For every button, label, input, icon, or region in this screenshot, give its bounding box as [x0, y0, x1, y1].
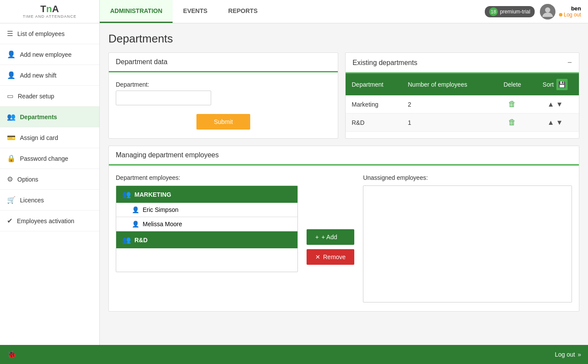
dept-name-rd: R&D — [346, 114, 402, 132]
employee-name-eric: Eric Simpson — [143, 206, 178, 213]
logout-button[interactable]: Log out — [559, 12, 581, 18]
licences-icon: 🛒 — [7, 196, 16, 204]
sidebar-item-departments[interactable]: 👥 Departments — [0, 107, 99, 127]
logo-area: TnA TIME AND ATTENDANCE — [0, 0, 100, 23]
activation-icon: ✔ — [7, 217, 13, 225]
rd-group-icon: 👥 — [122, 236, 131, 244]
avatar — [540, 4, 555, 20]
delete-rd-cell: 🗑 — [493, 114, 532, 132]
unassigned-label: Unassigned employees: — [363, 174, 572, 181]
dept-employees-label: Department employees: — [116, 174, 298, 181]
footer-arrow-icon: » — [578, 351, 581, 358]
departments-table: Department Number of employees Delete So… — [346, 74, 579, 132]
sidebar-item-password-change[interactable]: 🔒 Password change — [0, 148, 99, 169]
department-label: Department: — [116, 81, 331, 88]
rd-group-label: R&D — [134, 237, 147, 244]
submit-button[interactable]: Submit — [196, 114, 250, 130]
manage-panel-header: Managing department employees — [109, 146, 579, 166]
employee-icon: 👤 — [132, 221, 139, 228]
sidebar-item-options[interactable]: ⚙ Options — [0, 169, 99, 190]
footer: 🐞 Log out » — [0, 345, 588, 364]
sidebar-item-employees-activation[interactable]: ✔ Employees activation — [0, 211, 99, 231]
list-icon: ☰ — [7, 29, 13, 38]
remove-button[interactable]: ✕ Remove — [307, 249, 354, 265]
sidebar-item-add-new-employee[interactable]: 👤 Add new employee — [0, 44, 99, 65]
footer-logout-button[interactable]: Log out » — [555, 351, 581, 358]
nav-events[interactable]: EVENTS — [173, 0, 218, 23]
dept-data-panel: Department data Department: Submit — [108, 52, 338, 139]
employee-icon: 👤 — [132, 206, 139, 213]
col-delete: Delete — [493, 74, 532, 95]
sort-up-marketing-button[interactable]: ▲ — [547, 101, 554, 108]
marketing-group-label: MARKETING — [134, 191, 171, 198]
delete-rd-button[interactable]: 🗑 — [508, 118, 516, 127]
add-label: + Add — [321, 234, 337, 240]
marketing-group-header[interactable]: 👥 MARKETING — [116, 186, 297, 203]
sort-rd-cell: ▲ ▼ — [531, 114, 579, 132]
dept-employees-col: Department employees: 👥 MARKETING 👤 Eric… — [116, 174, 298, 302]
transfer-buttons: + + Add ✕ Remove — [307, 174, 354, 302]
sidebar-item-reader-setup[interactable]: ▭ Reader setup — [0, 86, 99, 107]
top-navigation: ADMINISTRATION EVENTS REPORTS — [100, 0, 268, 23]
col-department: Department — [346, 74, 402, 95]
department-form-group: Department: — [116, 81, 331, 105]
premium-label: premium-trial — [500, 9, 530, 15]
col-num-employees: Number of employees — [402, 74, 493, 95]
logo-subtitle: TIME AND ATTENDANCE — [23, 15, 77, 19]
add-employee-icon: 👤 — [7, 50, 16, 58]
dept-count-rd: 1 — [402, 114, 493, 132]
department-input[interactable] — [116, 91, 211, 105]
marketing-group-icon: 👥 — [122, 190, 131, 198]
departments-icon: 👥 — [7, 113, 16, 121]
unassigned-col: Unassigned employees: — [363, 174, 572, 302]
premium-badge: 18 premium-trial — [485, 6, 535, 17]
sort-up-rd-button[interactable]: ▲ — [547, 119, 554, 127]
sidebar-item-licences[interactable]: 🛒 Licences — [0, 190, 99, 211]
dept-count-marketing: 2 — [402, 95, 493, 114]
list-item[interactable]: 👤 Eric Simpson — [116, 203, 297, 217]
manage-dept-employees-panel: Managing department employees Department… — [108, 146, 579, 312]
sort-save-button[interactable]: 💾 — [556, 79, 568, 90]
premium-count: 18 — [489, 7, 498, 16]
add-button[interactable]: + + Add — [307, 229, 354, 245]
svg-point-0 — [545, 7, 550, 13]
col-sort: Sort 💾 — [531, 74, 579, 95]
unassigned-box[interactable] — [363, 185, 572, 302]
sort-down-rd-button[interactable]: ▼ — [556, 119, 563, 127]
delete-marketing-button[interactable]: 🗑 — [508, 100, 516, 109]
collapse-button[interactable]: − — [567, 58, 572, 67]
user-name: ben — [571, 5, 581, 12]
dept-tree: 👥 MARKETING 👤 Eric Simpson 👤 Melissa Moo… — [116, 185, 298, 272]
existing-departments-panel: Existing departments − Department Number… — [345, 52, 579, 139]
main-content: Departments Department data Department: … — [100, 23, 588, 345]
rd-group-header[interactable]: 👥 R&D — [116, 231, 297, 248]
footer-logout-label: Log out — [555, 351, 575, 358]
bug-icon: 🐞 — [7, 350, 16, 359]
remove-icon: ✕ — [315, 254, 320, 260]
employee-name-melissa: Melissa Moore — [143, 221, 182, 228]
list-item[interactable]: 👤 Melissa Moore — [116, 217, 297, 231]
sidebar-item-list-of-employees[interactable]: ☰ List of employees — [0, 23, 99, 44]
table-row: Marketing 2 🗑 ▲ ▼ — [346, 95, 579, 114]
table-row: R&D 1 🗑 ▲ ▼ — [346, 114, 579, 132]
panels-row: Department data Department: Submit Exist… — [108, 52, 579, 139]
page-title: Departments — [108, 32, 579, 46]
add-shift-icon: 👤 — [7, 71, 16, 79]
reader-icon: ▭ — [7, 92, 13, 100]
logo-tna: TnA — [23, 4, 77, 14]
sidebar-item-add-new-shift[interactable]: 👤 Add new shift — [0, 65, 99, 86]
nav-reports[interactable]: REPORTS — [218, 0, 268, 23]
existing-dept-header: Existing departments − — [346, 53, 579, 74]
lock-icon: 🔒 — [7, 154, 16, 162]
add-icon: + — [315, 234, 319, 240]
existing-dept-title: Existing departments — [353, 59, 417, 67]
nav-administration[interactable]: ADMINISTRATION — [100, 0, 173, 23]
sort-down-marketing-button[interactable]: ▼ — [556, 101, 563, 108]
delete-marketing-cell: 🗑 — [493, 95, 532, 114]
sort-marketing-cell: ▲ ▼ — [531, 95, 579, 114]
id-card-icon: 💳 — [7, 133, 16, 142]
options-icon: ⚙ — [7, 175, 13, 183]
sidebar-item-assign-id-card[interactable]: 💳 Assign id card — [0, 127, 99, 148]
logout-dot — [559, 13, 562, 16]
dept-name-marketing: Marketing — [346, 95, 402, 114]
